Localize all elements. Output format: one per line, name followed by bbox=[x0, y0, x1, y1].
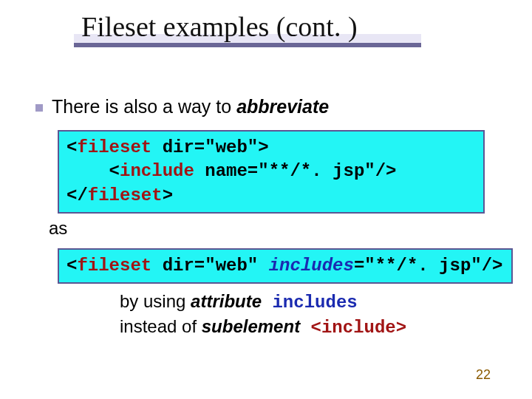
code-text: ="**/*. jsp"/> bbox=[354, 256, 503, 276]
code-text: </ bbox=[66, 185, 88, 205]
intro-emphasis: abbreviate bbox=[236, 96, 329, 117]
code-tag-fileset: fileset bbox=[77, 137, 151, 157]
bullet-icon bbox=[35, 104, 43, 112]
slide-title: Fileset examples (cont. ) bbox=[66, 10, 429, 43]
footer-text: instead of bbox=[120, 316, 202, 336]
footer-text: by using bbox=[120, 291, 191, 311]
code-block-short: <fileset dir="web" includes="**/*. jsp"/… bbox=[58, 248, 513, 284]
title-underline-dark bbox=[74, 43, 421, 47]
code-tag-include: include bbox=[120, 161, 194, 181]
code-text: < bbox=[66, 256, 77, 276]
code-text: < bbox=[66, 137, 77, 157]
intro-line: There is also a way to abbreviate bbox=[35, 96, 329, 117]
code-text: name="**/*. jsp"/> bbox=[194, 161, 397, 181]
as-text: as bbox=[49, 218, 67, 239]
code-tag-fileset: fileset bbox=[77, 256, 151, 276]
page-number: 22 bbox=[476, 367, 491, 383]
title-wrap: Fileset examples (cont. ) bbox=[66, 10, 429, 43]
footer-mono-include: include bbox=[321, 318, 396, 338]
code-text: dir="web" bbox=[151, 256, 268, 276]
code-block-long: <fileset dir="web"> <include name="**/*.… bbox=[58, 130, 485, 214]
footer-em-subelement: subelement bbox=[202, 316, 300, 336]
code-text: > bbox=[163, 185, 173, 205]
footer-em-attribute: attribute bbox=[191, 291, 262, 311]
slide: Fileset examples (cont. ) There is also … bbox=[0, 0, 532, 399]
footer-mono-angle-close: > bbox=[396, 318, 406, 338]
code-text: dir="web"> bbox=[151, 137, 268, 157]
footer-mono-includes: includes bbox=[262, 293, 358, 313]
code-tag-fileset-close: fileset bbox=[88, 185, 163, 205]
footer-note: by using attribute includes instead of s… bbox=[120, 290, 504, 341]
code-attr-includes: includes bbox=[269, 256, 354, 276]
code-text: < bbox=[66, 161, 120, 181]
footer-mono-angle-open: < bbox=[300, 318, 321, 338]
intro-prefix: There is also a way to bbox=[52, 96, 236, 117]
